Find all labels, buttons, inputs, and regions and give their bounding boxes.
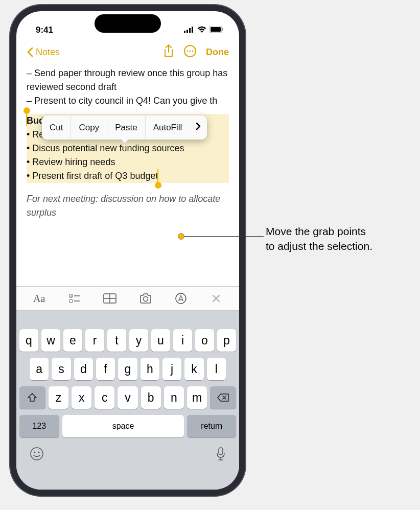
key-row-2: asdfghjkl xyxy=(16,358,239,380)
edit-menu: Cut Copy Paste AutoFill xyxy=(42,115,207,140)
svg-point-9 xyxy=(190,51,191,52)
key-v[interactable]: v xyxy=(118,386,137,409)
note-content[interactable]: – Send paper through review once this gr… xyxy=(16,64,239,222)
keyboard: qwertyuiop asdfghjkl zxcvbnm 123 space r… xyxy=(16,311,239,490)
wifi-icon xyxy=(197,25,206,35)
key-k[interactable]: k xyxy=(184,358,203,380)
return-key[interactable]: return xyxy=(187,415,236,437)
key-j[interactable]: j xyxy=(162,358,181,380)
svg-point-21 xyxy=(34,452,36,453)
svg-rect-23 xyxy=(219,448,223,455)
key-x[interactable]: x xyxy=(72,386,91,409)
close-icon[interactable] xyxy=(206,294,226,303)
more-icon[interactable] xyxy=(183,44,197,60)
key-y[interactable]: y xyxy=(129,329,148,352)
copy-menu-item[interactable]: Copy xyxy=(71,116,107,140)
svg-rect-5 xyxy=(211,27,221,32)
battery-icon xyxy=(209,25,224,35)
menu-more-arrow-icon[interactable] xyxy=(190,115,207,140)
share-icon[interactable] xyxy=(163,44,174,60)
signal-icon xyxy=(184,25,194,35)
key-q[interactable]: q xyxy=(19,329,38,352)
back-button[interactable]: Notes xyxy=(27,47,60,58)
selection-end-handle[interactable] xyxy=(155,182,161,189)
key-d[interactable]: d xyxy=(74,358,93,380)
svg-rect-3 xyxy=(192,27,193,33)
content-line-1: – Send paper through review once this gr… xyxy=(27,66,229,94)
svg-point-18 xyxy=(143,297,148,302)
nav-bar: Notes Done xyxy=(16,40,239,64)
svg-rect-6 xyxy=(222,28,223,31)
annotation-text: Move the grab points to adjust the selec… xyxy=(266,224,372,254)
key-f[interactable]: f xyxy=(96,358,115,380)
key-m[interactable]: m xyxy=(187,386,207,409)
key-u[interactable]: u xyxy=(151,329,170,352)
numbers-key[interactable]: 123 xyxy=(19,415,59,437)
selection-bullet-4: • Present first draft of Q3 budget xyxy=(27,171,158,181)
svg-rect-2 xyxy=(189,28,191,33)
mic-icon[interactable] xyxy=(216,447,226,463)
paste-menu-item[interactable]: Paste xyxy=(107,116,145,140)
svg-point-8 xyxy=(187,51,189,52)
backspace-key[interactable] xyxy=(210,386,236,409)
svg-point-11 xyxy=(69,294,73,298)
svg-rect-0 xyxy=(184,31,185,33)
key-c[interactable]: c xyxy=(95,386,114,409)
text-format-icon[interactable]: Aa xyxy=(29,293,50,305)
content-line-2: – Present to city council in Q4! Can you… xyxy=(27,94,229,108)
markup-icon[interactable] xyxy=(171,293,191,304)
key-w[interactable]: w xyxy=(41,329,60,352)
phone-frame: 9:41 Notes xyxy=(10,5,245,496)
key-row-3: zxcvbnm xyxy=(16,386,239,409)
key-o[interactable]: o xyxy=(195,329,214,352)
space-key[interactable]: space xyxy=(62,415,184,437)
key-b[interactable]: b xyxy=(141,386,161,409)
key-z[interactable]: z xyxy=(49,386,68,409)
key-i[interactable]: i xyxy=(173,329,192,352)
key-e[interactable]: e xyxy=(63,329,82,352)
autofill-menu-item[interactable]: AutoFill xyxy=(146,116,190,140)
dynamic-island xyxy=(95,14,161,33)
key-g[interactable]: g xyxy=(118,358,137,380)
svg-point-20 xyxy=(31,448,43,460)
selection-start-handle[interactable] xyxy=(24,107,30,114)
key-r[interactable]: r xyxy=(85,329,104,352)
svg-rect-1 xyxy=(186,30,188,33)
svg-point-10 xyxy=(192,51,194,52)
annotation-dot xyxy=(178,233,184,240)
key-a[interactable]: a xyxy=(30,358,49,380)
checklist-icon[interactable] xyxy=(64,293,85,304)
shift-key[interactable] xyxy=(19,386,45,409)
done-button[interactable]: Done xyxy=(206,47,229,58)
back-label: Notes xyxy=(36,47,60,58)
key-n[interactable]: n xyxy=(164,386,184,409)
key-t[interactable]: t xyxy=(107,329,126,352)
status-time: 9:41 xyxy=(36,25,53,35)
key-l[interactable]: l xyxy=(207,358,226,380)
format-toolbar: Aa xyxy=(16,286,239,311)
key-p[interactable]: p xyxy=(217,329,236,352)
key-row-1: qwertyuiop xyxy=(16,329,239,352)
italic-note: For next meeting: discussion on how to a… xyxy=(27,192,229,220)
selection-bullet-2: • Discus potential new funding sources xyxy=(27,142,227,155)
selection-bullet-3: • Review hiring needs xyxy=(27,155,227,169)
key-row-4: 123 space return xyxy=(16,415,239,437)
key-s[interactable]: s xyxy=(52,358,71,380)
table-icon[interactable] xyxy=(100,293,120,304)
annotation-line xyxy=(182,236,264,237)
svg-point-13 xyxy=(69,299,73,303)
cut-menu-item[interactable]: Cut xyxy=(42,116,71,140)
camera-icon[interactable] xyxy=(135,293,156,304)
key-h[interactable]: h xyxy=(141,358,159,380)
screen: 9:41 Notes xyxy=(16,11,239,490)
emoji-icon[interactable] xyxy=(30,447,44,463)
svg-point-22 xyxy=(38,452,40,453)
